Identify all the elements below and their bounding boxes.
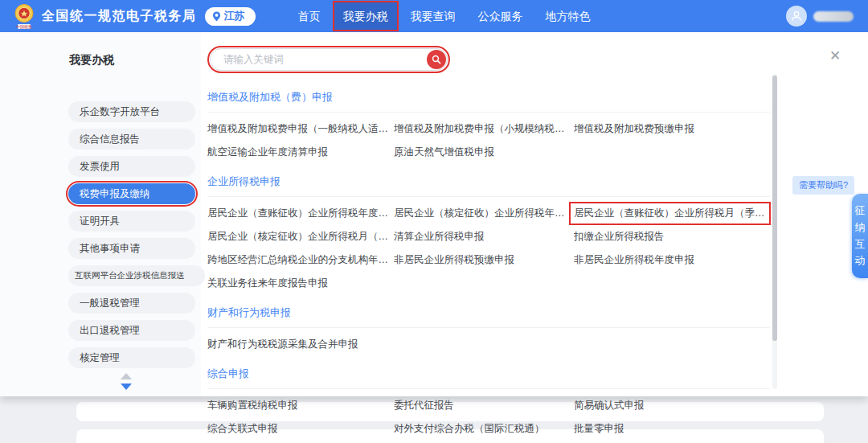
search-icon — [432, 55, 441, 64]
service-section: 综合申报车辆购置税纳税申报委托代征报告简易确认式申报综合关联式申报对外支付综合办… — [207, 367, 773, 436]
service-link[interactable]: 扣缴企业所得税报告 — [574, 230, 665, 244]
service-link[interactable]: 委托代征报告 — [394, 399, 454, 412]
nav-item[interactable]: 首页 — [289, 2, 330, 30]
sidebar-item[interactable]: 税费申报及缴纳 — [68, 183, 195, 204]
sidebar-item[interactable]: 互联网平台企业涉税信息报送 — [68, 265, 205, 286]
sidebar-item[interactable]: 综合信息报告 — [68, 129, 195, 150]
section-title: 增值税及附加税（费）申报 — [207, 90, 770, 113]
scroll-down-icon[interactable] — [121, 384, 132, 390]
section-links: 居民企业（查账征收）企业所得税年度申报居民企业（核定征收）企业所得税年度申报居民… — [207, 207, 773, 290]
sidebar-item[interactable]: 发票使用 — [68, 156, 195, 177]
sidebar-item[interactable]: 乐企数字开放平台 — [68, 101, 195, 122]
sidebar-item[interactable]: 其他事项申请 — [68, 238, 195, 259]
help-tooltip: 需要帮助吗? — [792, 176, 854, 195]
location-badge[interactable]: 江苏 — [205, 7, 256, 26]
sidebar-item[interactable]: 核定管理 — [68, 347, 195, 368]
service-link[interactable]: 增值税及附加税费预缴申报 — [574, 122, 694, 136]
scrollbar-thumb[interactable] — [772, 76, 777, 341]
site-title: 全国统一规范电子税务局 — [42, 8, 197, 25]
sidebar-title: 我要办税 — [69, 53, 201, 68]
section-title: 财产和行为税申报 — [207, 306, 770, 328]
service-link[interactable]: 非居民企业所得税年度申报 — [574, 253, 694, 267]
interaction-tab[interactable]: 征纳互动 — [852, 194, 868, 278]
section-links: 增值税及附加税费申报（一般纳税人适用）增值税及附加税费申报（小规模纳税人）增值税… — [207, 122, 773, 159]
nav-item[interactable]: 地方特色 — [537, 2, 600, 30]
sidebar-item[interactable]: 一般退税管理 — [68, 293, 195, 314]
sidebar-pager — [121, 373, 132, 390]
close-icon[interactable]: ✕ — [829, 49, 841, 63]
search-button[interactable] — [427, 50, 446, 69]
service-link[interactable]: 居民企业（查账征收）企业所得税月（季）度... — [574, 207, 766, 220]
tax-bureau-emblem-icon: 中国税务 — [13, 3, 35, 31]
service-link[interactable]: 综合关联式申报 — [207, 422, 278, 436]
service-link[interactable]: 跨地区经营汇总纳税企业的分支机构年度纳税... — [207, 253, 390, 267]
services-content: 增值税及附加税（费）申报增值税及附加税费申报（一般纳税人适用）增值税及附加税费申… — [201, 32, 773, 396]
location-pin-icon — [212, 11, 221, 22]
scrollbar-track[interactable] — [772, 74, 777, 389]
top-bar: 中国税务 全国统一规范电子税务局 江苏 首页我要办税我要查询公众服务地方特色 — [0, 0, 868, 32]
service-link[interactable]: 非居民企业所得税预缴申报 — [394, 253, 514, 267]
service-link[interactable]: 居民企业（核定征收）企业所得税年度申报 — [394, 207, 571, 220]
service-link[interactable]: 居民企业（查账征收）企业所得税年度申报 — [207, 207, 390, 220]
sidebar-item[interactable]: 出口退税管理 — [68, 320, 195, 341]
service-link[interactable]: 增值税及附加税费申报（小规模纳税人） — [394, 122, 571, 136]
sidebar-item[interactable]: 证明开具 — [68, 211, 195, 232]
svg-text:中国税务: 中国税务 — [16, 24, 32, 30]
service-link[interactable]: 增值税及附加税费申报（一般纳税人适用） — [207, 122, 390, 136]
service-link[interactable]: 对外支付综合办税（国际汇税通） — [394, 422, 545, 436]
user-name-redacted — [813, 11, 854, 22]
service-link[interactable]: 航空运输企业年度清算申报 — [207, 146, 328, 159]
service-link[interactable]: 居民企业（核定征收）企业所得税月（季）度... — [207, 230, 390, 244]
sidebar-items: 乐企数字开放平台综合信息报告发票使用税费申报及缴纳证明开具其他事项申请互联网平台… — [68, 101, 205, 368]
user-avatar[interactable] — [786, 6, 807, 27]
service-section: 增值税及附加税（费）申报增值税及附加税费申报（一般纳税人适用）增值税及附加税费申… — [207, 90, 773, 159]
sections: 增值税及附加税（费）申报增值税及附加税费申报（一般纳税人适用）增值税及附加税费申… — [207, 90, 773, 436]
service-link[interactable]: 关联业务往来年度报告申报 — [207, 277, 328, 290]
sidebar: 我要办税 乐企数字开放平台综合信息报告发票使用税费申报及缴纳证明开具其他事项申请… — [0, 32, 201, 396]
user-box — [786, 6, 854, 27]
service-link[interactable]: 批量零申报 — [574, 422, 624, 436]
service-link[interactable]: 原油天然气增值税申报 — [394, 146, 494, 159]
section-title: 综合申报 — [207, 367, 770, 389]
service-section: 企业所得税申报居民企业（查账征收）企业所得税年度申报居民企业（核定征收）企业所得… — [207, 174, 773, 290]
nav-item[interactable]: 公众服务 — [469, 2, 532, 30]
nav-item[interactable]: 我要办税 — [334, 2, 397, 30]
service-link[interactable]: 财产和行为税税源采集及合并申报 — [207, 338, 358, 351]
service-link[interactable]: 清算企业所得税申报 — [394, 230, 485, 244]
service-section: 财产和行为税申报财产和行为税税源采集及合并申报 — [207, 306, 773, 351]
person-icon — [790, 10, 803, 23]
search-box — [210, 48, 448, 71]
tax-services-panel: 我要办税 乐企数字开放平台综合信息报告发票使用税费申报及缴纳证明开具其他事项申请… — [0, 32, 868, 396]
scroll-up-icon[interactable] — [121, 373, 132, 379]
service-link[interactable]: 简易确认式申报 — [574, 399, 645, 412]
location-label: 江苏 — [224, 9, 245, 23]
search-input[interactable] — [222, 53, 427, 66]
section-links: 财产和行为税税源采集及合并申报 — [207, 338, 773, 351]
search-annotation-box — [207, 46, 450, 73]
nav-item[interactable]: 我要查询 — [402, 2, 465, 30]
page: 中国税务 全国统一规范电子税务局 江苏 首页我要办税我要查询公众服务地方特色 我… — [0, 0, 868, 443]
service-link[interactable]: 车辆购置税纳税申报 — [207, 399, 298, 412]
main-nav: 首页我要办税我要查询公众服务地方特色 — [289, 0, 600, 32]
section-links: 车辆购置税纳税申报委托代征报告简易确认式申报综合关联式申报对外支付综合办税（国际… — [207, 399, 773, 436]
section-title: 企业所得税申报 — [207, 174, 770, 197]
